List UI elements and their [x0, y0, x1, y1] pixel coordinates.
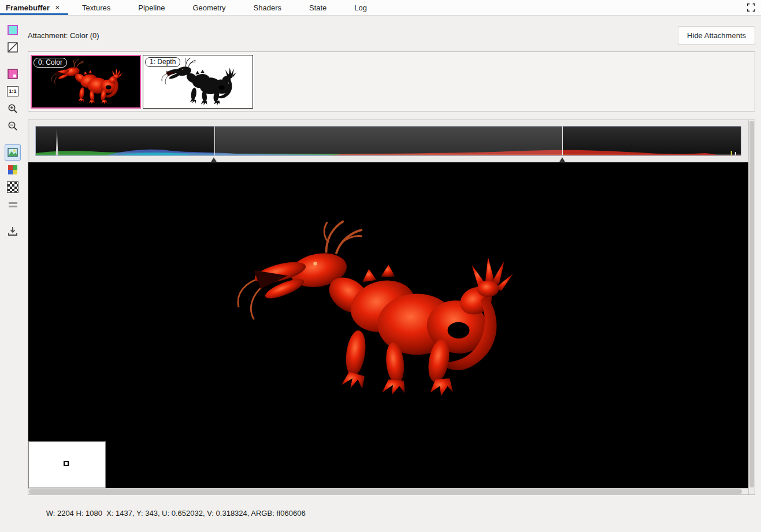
one-to-one-label: 1:1 [7, 86, 18, 96]
tab-log[interactable]: Log [340, 0, 381, 15]
attachment-label: Attachment: Color (0) [28, 31, 99, 40]
texture-viewer-panel: 1:1 Attachment: Color (0) Hide Attachm [0, 16, 761, 532]
tab-shaders[interactable]: Shaders [240, 0, 295, 15]
fullscreen-icon[interactable] [741, 0, 761, 15]
viewer-content: Attachment: Color (0) Hide Attachments 0… [25, 16, 761, 532]
pixel-status-text: W: 2204 H: 1080 X: 1437, Y: 343, U: 0.65… [46, 509, 306, 518]
hide-attachments-button[interactable]: Hide Attachments [678, 26, 755, 45]
histogram-range-selection[interactable] [214, 127, 563, 155]
checkerboard-background-icon[interactable] [5, 179, 21, 195]
attachment-badge: 0: Color [34, 58, 67, 68]
attachment-strip: 0: Color 1: Depth [28, 51, 755, 111]
tab-textures[interactable]: Textures [68, 0, 124, 15]
vertical-scrollbar-thumb[interactable] [749, 121, 754, 488]
viewer-toolbar: 1:1 [0, 16, 25, 532]
render-view [28, 120, 755, 495]
histogram-area [28, 120, 748, 156]
alpha-background-icon[interactable] [5, 39, 21, 55]
histogram[interactable] [35, 126, 741, 156]
attachment-header: Attachment: Color (0) Hide Attachments [28, 26, 755, 44]
rgba-channels-icon[interactable] [5, 162, 21, 178]
dragon-render [219, 212, 525, 404]
flip-y-icon[interactable] [5, 66, 21, 82]
save-texture-icon[interactable] [5, 223, 21, 239]
background-color-swatch-icon[interactable] [5, 22, 21, 38]
actual-size-icon[interactable]: 1:1 [5, 83, 21, 99]
tab-state[interactable]: State [295, 0, 340, 15]
render-view-main [28, 120, 748, 494]
horizontal-scrollbar-thumb[interactable] [29, 489, 742, 494]
texture-viewport[interactable] [28, 162, 748, 488]
tabbar-spacer [381, 0, 741, 15]
tab-framebuffer-label: Framebuffer [6, 3, 50, 12]
vertical-scrollbar[interactable] [748, 120, 755, 494]
tab-pipeline[interactable]: Pipeline [124, 0, 179, 15]
histogram-handle-row [35, 156, 741, 162]
attachment-thumbnail-color[interactable]: 0: Color [31, 55, 141, 109]
status-bar: W: 2204 H: 1080 X: 1437, Y: 343, U: 0.65… [28, 500, 755, 526]
tab-bar: Framebuffer ✕ Textures Pipeline Geometry… [0, 0, 761, 16]
subresource-range-icon[interactable] [5, 196, 21, 213]
tab-geometry[interactable]: Geometry [179, 0, 239, 15]
zoom-in-icon[interactable] [5, 101, 21, 117]
attachment-thumbnail-depth[interactable]: 1: Depth [143, 55, 253, 109]
pixel-context-view[interactable] [28, 441, 106, 488]
tab-framebuffer[interactable]: Framebuffer ✕ [0, 0, 68, 15]
close-tab-icon[interactable]: ✕ [55, 5, 60, 11]
image-visualize-icon[interactable] [5, 144, 21, 161]
horizontal-scrollbar[interactable] [28, 488, 748, 494]
attachment-badge: 1: Depth [145, 57, 180, 67]
zoom-out-icon[interactable] [5, 118, 21, 134]
pixel-context-cursor [64, 461, 69, 466]
